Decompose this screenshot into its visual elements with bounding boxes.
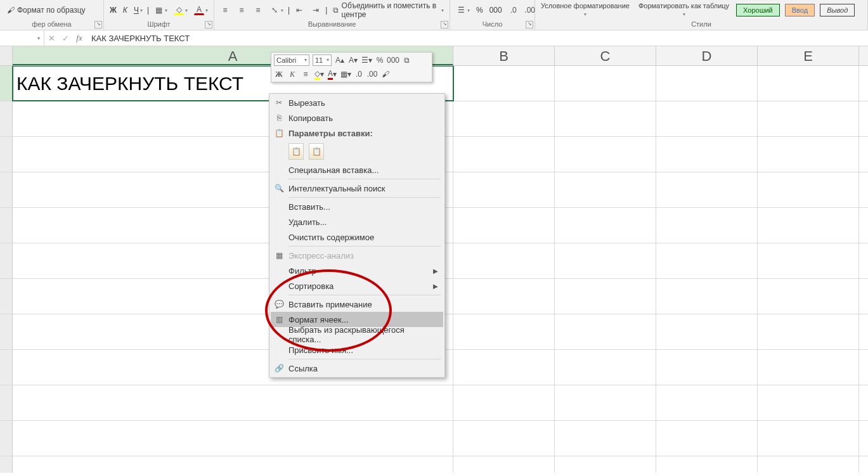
cell[interactable] [453, 172, 555, 207]
cell[interactable] [758, 385, 859, 420]
cell[interactable] [453, 279, 555, 314]
cell-e1[interactable] [758, 66, 859, 101]
mini-fontsize-combo[interactable]: 11▾ [313, 55, 332, 66]
mini-decimal-dec-button[interactable]: .00 [367, 69, 377, 79]
cell[interactable] [555, 314, 656, 349]
cancel-formula-button[interactable]: ✕ [44, 30, 58, 46]
cell[interactable] [555, 421, 656, 456]
cell[interactable] [555, 101, 656, 136]
align-middle-button[interactable]: ≡ [235, 4, 249, 16]
cell[interactable] [656, 279, 758, 314]
row-header[interactable] [0, 172, 13, 207]
cell[interactable] [758, 208, 859, 243]
cell[interactable] [555, 350, 656, 385]
cell[interactable] [656, 172, 758, 207]
cell[interactable] [758, 421, 859, 456]
mini-italic-button[interactable]: К [287, 69, 297, 79]
fill-color-button[interactable]: ◇▾ [172, 4, 190, 16]
alignment-dialog-launcher[interactable]: ↘ [441, 21, 448, 29]
underline-button[interactable]: Ч▾ [132, 4, 145, 16]
row-header[interactable] [0, 208, 13, 243]
cell[interactable] [656, 314, 758, 349]
align-top-button[interactable]: ≡ [218, 4, 232, 16]
select-all-corner[interactable] [0, 46, 13, 65]
cell[interactable] [453, 137, 555, 172]
cell-b1[interactable] [453, 66, 555, 101]
mini-align-button[interactable]: ≡ [301, 69, 311, 79]
mini-bold-button[interactable]: Ж [274, 69, 284, 79]
mini-currency-button[interactable]: ☰▾ [361, 55, 372, 65]
cell[interactable] [656, 243, 758, 278]
cell[interactable] [555, 137, 656, 172]
row-header[interactable] [0, 421, 13, 456]
cell-style-output[interactable]: Вывод [820, 4, 855, 16]
cell[interactable] [453, 456, 555, 473]
row-header-1[interactable] [0, 66, 13, 101]
italic-button[interactable]: К [121, 4, 129, 16]
increase-decimal-button[interactable]: .0 [507, 4, 521, 16]
cell[interactable] [555, 456, 656, 473]
mini-borders-button[interactable]: ▦▾ [340, 69, 351, 79]
row-header[interactable] [0, 101, 13, 136]
cell[interactable] [656, 456, 758, 473]
row-header[interactable] [0, 456, 13, 473]
menu-sort[interactable]: Сортировка▶ [271, 278, 443, 293]
menu-smart-lookup[interactable]: 🔍 Интеллектуальный поиск [271, 181, 443, 196]
bold-button[interactable]: Ж [108, 4, 119, 16]
mini-decimal-inc-button[interactable]: .0 [354, 69, 364, 79]
cell[interactable] [555, 243, 656, 278]
menu-filter[interactable]: Фильтр▶ [271, 263, 443, 278]
increase-indent-button[interactable]: ⇥ [309, 4, 323, 16]
mini-fill-button[interactable]: ◇▾ [314, 69, 324, 79]
cell[interactable] [555, 279, 656, 314]
name-box[interactable]: ▾ [0, 30, 44, 46]
menu-clear-contents[interactable]: Очистить содержимое [271, 229, 443, 245]
align-bottom-button[interactable]: ≡ [251, 4, 265, 16]
cell-style-good[interactable]: Хороший [736, 4, 780, 16]
cell[interactable] [13, 421, 453, 456]
row-header[interactable] [0, 314, 13, 349]
cell[interactable] [758, 314, 859, 349]
clipboard-dialog-launcher[interactable]: ↘ [94, 21, 102, 29]
cell[interactable] [453, 350, 555, 385]
cell[interactable] [453, 208, 555, 243]
menu-insert[interactable]: Вставить... [271, 199, 443, 214]
column-header-c[interactable]: C [555, 46, 656, 65]
menu-delete[interactable]: Удалить... [271, 214, 443, 229]
column-header-e[interactable]: E [758, 46, 859, 65]
row-header[interactable] [0, 137, 13, 172]
thousands-button[interactable]: 000 [488, 4, 504, 16]
conditional-formatting-button[interactable]: Условное форматирование▾ [539, 1, 632, 20]
format-as-table-button[interactable]: Форматировать как таблицу▾ [637, 1, 731, 20]
formula-input[interactable]: КАК ЗАЧЕРКНУТЬ ТЕКСТ [86, 34, 868, 43]
mini-font-combo[interactable]: Calibri▾ [274, 55, 309, 66]
cell[interactable] [758, 350, 859, 385]
cell-d1[interactable] [656, 66, 758, 101]
format-painter-button[interactable]: 🖌 Формат по образцу [4, 4, 87, 16]
paste-option-default[interactable]: 📋 [288, 143, 304, 160]
cell[interactable] [758, 101, 859, 136]
cell[interactable] [656, 101, 758, 136]
mini-percent-button[interactable]: % [375, 55, 385, 65]
cell-style-input[interactable]: Ввод [785, 4, 815, 16]
menu-link[interactable]: 🔗 Ссылка [271, 361, 443, 376]
row-header[interactable] [0, 279, 13, 314]
cell[interactable] [555, 385, 656, 420]
menu-paste-special[interactable]: Специальная вставка... [271, 162, 443, 177]
cell[interactable] [555, 208, 656, 243]
font-dialog-launcher[interactable]: ↘ [205, 21, 212, 29]
cell[interactable] [758, 456, 859, 473]
menu-pick-from-list[interactable]: Выбрать из раскрывающегося списка... [271, 327, 443, 342]
cell[interactable] [758, 243, 859, 278]
borders-button[interactable]: ▦▾ [152, 4, 169, 16]
percent-button[interactable]: % [474, 4, 485, 16]
column-header-b[interactable]: B [453, 46, 555, 65]
cell[interactable] [13, 456, 453, 473]
cell[interactable] [656, 421, 758, 456]
mini-thousands-button[interactable]: 000 [388, 55, 398, 65]
row-header[interactable] [0, 350, 13, 385]
increase-font-icon[interactable]: A▴ [335, 55, 345, 65]
mini-format-painter-button[interactable]: 🖌 [380, 69, 391, 79]
decrease-font-icon[interactable]: A▾ [348, 55, 358, 65]
cell[interactable] [453, 243, 555, 278]
